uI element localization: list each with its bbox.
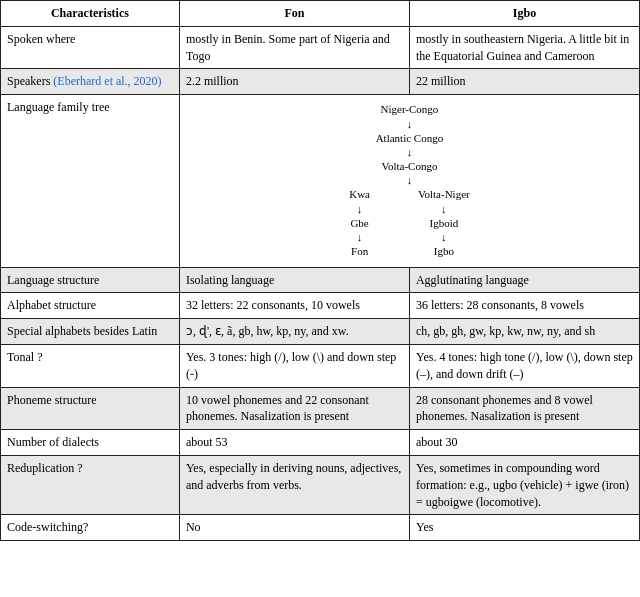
fon-reduplication: Yes, especially in deriving nouns, adjec… (179, 455, 409, 514)
tree-node-gbe: Gbe (346, 215, 372, 232)
tree-arrow-6: ↓ (441, 204, 447, 215)
family-tree-diagram: Niger-Congo ↓ Atlantic Congo ↓ Volta-Con… (179, 95, 639, 267)
char-dialects: Number of dialects (1, 430, 180, 456)
char-language-structure: Language structure (1, 267, 180, 293)
char-special-alphabets: Special alphabets besides Latin (1, 319, 180, 345)
row-dialects: Number of dialects about 53 about 30 (1, 430, 640, 456)
tree-node-kwa: Kwa (345, 186, 374, 203)
speakers-citation: (Eberhard et al., 2020) (53, 74, 161, 88)
tree-node-volta-congo: Volta-Congo (345, 158, 474, 175)
tree-arrow-4: ↓ (357, 204, 363, 215)
fon-phoneme-structure: 10 vowel phonemes and 22 consonant phone… (179, 387, 409, 430)
tree-arrow-3: ↓ (345, 175, 474, 186)
fon-code-switching: No (179, 515, 409, 541)
igbo-tonal: Yes. 4 tones: high tone (/), low (\), do… (409, 344, 639, 387)
igbo-code-switching: Yes (409, 515, 639, 541)
header-igbo: Igbo (409, 1, 639, 27)
tree-node-volta-niger: Volta-Niger (414, 186, 474, 203)
row-tonal: Tonal ? Yes. 3 tones: high (/), low (\) … (1, 344, 640, 387)
char-speakers: Speakers (Eberhard et al., 2020) (1, 69, 180, 95)
row-speakers: Speakers (Eberhard et al., 2020) 2.2 mil… (1, 69, 640, 95)
igbo-dialects: about 30 (409, 430, 639, 456)
char-phoneme-structure: Phoneme structure (1, 387, 180, 430)
tree-arrow-5: ↓ (357, 232, 363, 243)
igbo-language-structure: Agglutinating language (409, 267, 639, 293)
tree-arrow-2: ↓ (345, 147, 474, 158)
char-reduplication: Reduplication ? (1, 455, 180, 514)
char-spoken-where: Spoken where (1, 26, 180, 69)
fon-tonal: Yes. 3 tones: high (/), low (\) and down… (179, 344, 409, 387)
char-code-switching: Code-switching? (1, 515, 180, 541)
fon-dialects: about 53 (179, 430, 409, 456)
row-family-tree: Language family tree Niger-Congo ↓ Atlan… (1, 95, 640, 267)
row-spoken-where: Spoken where mostly in Benin. Some part … (1, 26, 640, 69)
fon-speakers: 2.2 million (179, 69, 409, 95)
fon-language-structure: Isolating language (179, 267, 409, 293)
tree-arrow-7: ↓ (441, 232, 447, 243)
main-table: Characteristics Fon Igbo Spoken where mo… (0, 0, 640, 541)
tree-node-atlantic-congo: Atlantic Congo (345, 130, 474, 147)
igbo-phoneme-structure: 28 consonant phonemes and 8 vowel phonem… (409, 387, 639, 430)
igbo-special-alphabets: ch, gb, gh, gw, kp, kw, nw, ny, and sh (409, 319, 639, 345)
char-alphabet-structure: Alphabet structure (1, 293, 180, 319)
char-family-tree: Language family tree (1, 95, 180, 267)
row-code-switching: Code-switching? No Yes (1, 515, 640, 541)
tree-node-niger-congo: Niger-Congo (345, 101, 474, 118)
row-alphabet-structure: Alphabet structure 32 letters: 22 conson… (1, 293, 640, 319)
igbo-spoken-where: mostly in southeastern Nigeria. A little… (409, 26, 639, 69)
tree-arrow-1: ↓ (345, 119, 474, 130)
tree-node-fon: Fon (347, 243, 372, 260)
fon-spoken-where: mostly in Benin. Some part of Nigeria an… (179, 26, 409, 69)
igbo-reduplication: Yes, sometimes in compounding word forma… (409, 455, 639, 514)
tree-node-igboid: Igboid (425, 215, 462, 232)
fon-special-alphabets: ɔ, ɖ', ɛ, ã, gb, hw, kp, ny, and xw. (179, 319, 409, 345)
row-language-structure: Language structure Isolating language Ag… (1, 267, 640, 293)
igbo-alphabet-structure: 36 letters: 28 consonants, 8 vowels (409, 293, 639, 319)
row-reduplication: Reduplication ? Yes, especially in deriv… (1, 455, 640, 514)
tree-node-igbo: Igbo (430, 243, 458, 260)
row-phoneme-structure: Phoneme structure 10 vowel phonemes and … (1, 387, 640, 430)
igbo-speakers: 22 million (409, 69, 639, 95)
header-fon: Fon (179, 1, 409, 27)
fon-alphabet-structure: 32 letters: 22 consonants, 10 vowels (179, 293, 409, 319)
row-special-alphabets: Special alphabets besides Latin ɔ, ɖ', ɛ… (1, 319, 640, 345)
char-tonal: Tonal ? (1, 344, 180, 387)
header-characteristics: Characteristics (1, 1, 180, 27)
